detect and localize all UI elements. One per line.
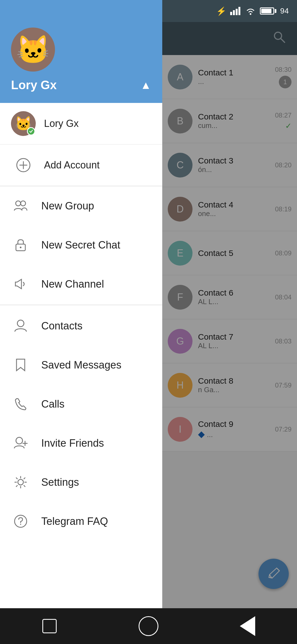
menu-label-new-group: New Group — [41, 200, 94, 212]
expand-accounts-icon[interactable]: ▲ — [140, 79, 151, 91]
svg-rect-1 — [233, 10, 235, 15]
menu-item-new-channel[interactable]: New Channel — [0, 264, 162, 304]
svg-point-20 — [20, 524, 21, 525]
menu-divider — [0, 305, 162, 305]
add-account-label: Add Account — [44, 159, 100, 171]
menu-label-contacts: Contacts — [41, 320, 82, 332]
svg-point-11 — [21, 201, 26, 206]
drawer-header: 🐱 Lory Gx ▲ — [0, 0, 162, 103]
home-button[interactable] — [138, 615, 160, 637]
add-account-icon — [11, 153, 36, 178]
account-row[interactable]: 🐱 Lory Gx — [0, 103, 162, 144]
drawer-overlay[interactable] — [162, 0, 297, 644]
svg-rect-3 — [238, 7, 240, 15]
menu-item-new-group[interactable]: New Group — [0, 186, 162, 225]
add-account-row[interactable]: Add Account — [0, 144, 162, 186]
phone-icon — [11, 394, 30, 414]
megaphone-icon — [11, 274, 30, 294]
triangle-nav-icon — [240, 616, 255, 636]
menu-label-new-channel: New Channel — [41, 278, 104, 290]
menu-item-contacts[interactable]: Contacts — [0, 306, 162, 345]
account-avatar: 🐱 — [11, 111, 36, 136]
navigation-drawer: 🐱 Lory Gx ▲ 🐱 Lory Gx Add Account — [0, 0, 162, 644]
person-icon — [11, 316, 30, 335]
profile-avatar[interactable]: 🐱 — [11, 28, 55, 72]
menu-item-invite-friends[interactable]: Invite Friends — [0, 424, 162, 463]
back-button[interactable] — [38, 615, 61, 637]
navigation-bar — [0, 608, 297, 644]
battery-percentage: 94 — [280, 7, 289, 15]
profile-username[interactable]: Lory Gx ▲ — [11, 78, 151, 92]
menu-label-faq: Telegram FAQ — [41, 515, 108, 527]
menu-item-new-secret-chat[interactable]: New Secret Chat — [0, 225, 162, 264]
recent-button[interactable] — [237, 615, 258, 637]
svg-point-14 — [17, 320, 24, 327]
group-icon — [11, 196, 30, 215]
menu-item-saved-messages[interactable]: Saved Messages — [0, 345, 162, 384]
bookmark-icon — [11, 355, 30, 375]
battery-icon — [260, 7, 276, 15]
lock-icon — [11, 235, 30, 255]
menu-label-calls: Calls — [41, 398, 64, 410]
person-add-icon — [11, 433, 30, 453]
wifi-icon — [245, 7, 256, 15]
help-icon — [11, 512, 30, 531]
svg-point-10 — [16, 201, 21, 206]
menu-item-calls[interactable]: Calls — [0, 384, 162, 424]
online-status-badge — [27, 127, 35, 135]
svg-point-4 — [250, 13, 251, 15]
gear-icon — [11, 473, 30, 492]
svg-point-18 — [18, 479, 23, 485]
menu-item-settings[interactable]: Settings — [0, 463, 162, 502]
menu-label-saved-messages: Saved Messages — [41, 359, 122, 371]
square-nav-icon — [42, 619, 57, 633]
menu-label-invite-friends: Invite Friends — [41, 437, 104, 449]
svg-rect-0 — [230, 12, 232, 15]
svg-point-15 — [16, 437, 23, 444]
menu-item-faq[interactable]: Telegram FAQ — [0, 502, 162, 541]
svg-rect-2 — [236, 9, 238, 15]
svg-point-13 — [20, 247, 21, 248]
signal-bars-icon — [230, 7, 241, 15]
circle-nav-icon — [139, 616, 158, 636]
bluetooth-icon: ⚡ — [216, 6, 226, 16]
menu-label-new-secret-chat: New Secret Chat — [41, 239, 120, 251]
account-name: Lory Gx — [44, 118, 79, 129]
menu-label-settings: Settings — [41, 476, 79, 488]
status-bar-right: ⚡ 94 — [216, 6, 289, 16]
